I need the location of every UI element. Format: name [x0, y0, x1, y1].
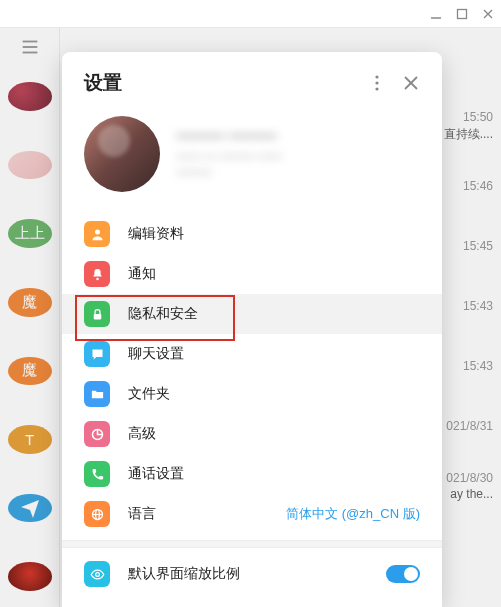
settings-header: 设置: [62, 52, 442, 106]
settings-item-extra: 简体中文 (@zh_CN 版): [286, 505, 420, 523]
profile-avatar: [84, 116, 160, 192]
settings-title: 设置: [84, 70, 352, 96]
settings-item-label: 高级: [128, 425, 420, 443]
eye-icon: [84, 561, 110, 587]
pie-icon: [84, 421, 110, 447]
settings-item-chat[interactable]: 聊天设置: [62, 334, 442, 374]
settings-item-lock[interactable]: 隐私和安全: [62, 294, 442, 334]
window-maximize-button[interactable]: [455, 7, 469, 21]
profile-section[interactable]: ——— ——— —— — ——— —— ———: [62, 106, 442, 214]
zoom-label: 默认界面缩放比例: [128, 565, 368, 583]
bell-icon: [84, 261, 110, 287]
titlebar: [0, 0, 501, 28]
phone-icon: [84, 461, 110, 487]
settings-item-folder[interactable]: 文件夹: [62, 374, 442, 414]
settings-list: 编辑资料 通知 隐私和安全 聊天设置 文件夹 高级 通话设置 语言 简体中文 (…: [62, 214, 442, 607]
profile-info: ——— ——— —— — ——— —— ———: [176, 127, 420, 181]
svg-point-12: [95, 572, 99, 576]
close-modal-button[interactable]: [402, 74, 420, 92]
section-divider: [62, 540, 442, 548]
window-minimize-button[interactable]: [429, 7, 443, 21]
settings-item-label: 通知: [128, 265, 420, 283]
globe-icon: [84, 501, 110, 527]
profile-phone: —— — ——— ——: [176, 149, 420, 163]
settings-item-label: 聊天设置: [128, 345, 420, 363]
default-zoom-item[interactable]: 默认界面缩放比例: [62, 554, 442, 594]
settings-item-label: 语言: [128, 505, 268, 523]
settings-item-label: 通话设置: [128, 465, 420, 483]
folder-icon: [84, 381, 110, 407]
chat-icon: [84, 341, 110, 367]
svg-point-7: [375, 75, 378, 78]
zoom-toggle[interactable]: [386, 565, 420, 583]
settings-item-user[interactable]: 编辑资料: [62, 214, 442, 254]
profile-username: ———: [176, 165, 420, 179]
svg-rect-1: [458, 9, 467, 18]
more-options-button[interactable]: [368, 74, 386, 92]
settings-modal: 设置 ——— ——— —— — ——— —— ——— 编辑资料 通知 隐私和安全…: [62, 52, 442, 607]
settings-item-label: 编辑资料: [128, 225, 420, 243]
lock-icon: [84, 301, 110, 327]
settings-item-bell[interactable]: 通知: [62, 254, 442, 294]
svg-point-8: [375, 81, 378, 84]
user-icon: [84, 221, 110, 247]
settings-item-globe[interactable]: 语言 简体中文 (@zh_CN 版): [62, 494, 442, 534]
settings-item-pie[interactable]: 高级: [62, 414, 442, 454]
svg-point-9: [375, 87, 378, 90]
profile-name: ——— ———: [176, 127, 420, 145]
settings-item-label: 文件夹: [128, 385, 420, 403]
settings-item-phone[interactable]: 通话设置: [62, 454, 442, 494]
window-close-button[interactable]: [481, 7, 495, 21]
settings-item-label: 隐私和安全: [128, 305, 420, 323]
